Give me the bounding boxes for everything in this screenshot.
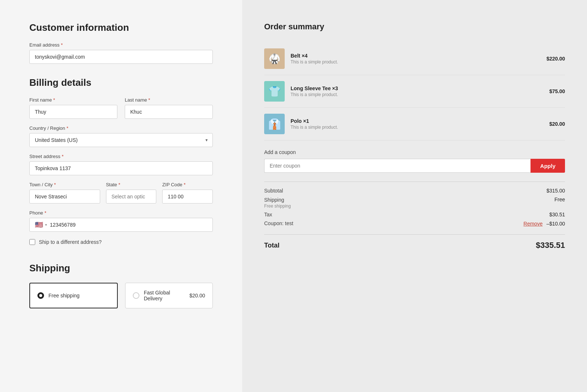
tax-value: $30.51	[549, 212, 565, 217]
item-info: Long Sleeve Tee ×3 This is a simple prod…	[291, 85, 543, 97]
country-select-wrapper: United States (US) ▾	[29, 133, 213, 147]
shipping-row: Shipping Free shipping Free	[264, 197, 565, 209]
item-thumbnail: 👔	[264, 114, 285, 134]
free-shipping-label: Free shipping	[48, 293, 80, 298]
coupon-row-totals: Coupon: test Remove –$10.00	[264, 220, 565, 227]
town-group: Town / City *	[29, 182, 100, 204]
shipping-options: Free shipping Fast Global Delivery $20.0…	[29, 283, 213, 308]
item-name: Polo ×1	[291, 118, 543, 124]
apply-button[interactable]: Apply	[531, 159, 565, 173]
customer-info-title: Customer information	[29, 22, 213, 33]
email-field-group: Email address *	[29, 42, 213, 64]
billing-section: Billing details First name * Last name *…	[29, 77, 213, 245]
billing-title: Billing details	[29, 77, 213, 88]
item-desc: This is a simple product.	[291, 125, 543, 130]
tax-label: Tax	[264, 212, 272, 217]
fast-global-price: $20.00	[189, 293, 205, 298]
item-thumbnail: 🥋	[264, 48, 285, 69]
phone-separator: •	[45, 222, 47, 228]
shipping-label: Shipping	[264, 197, 284, 203]
last-name-label: Last name *	[125, 97, 213, 103]
phone-group: Phone * 🇺🇸 •	[29, 210, 213, 232]
state-group: State *	[106, 182, 157, 204]
ship-different-label[interactable]: Ship to a different address?	[39, 239, 102, 245]
country-group: Country / Region * United States (US) ▾	[29, 125, 213, 147]
coupon-label: Add a coupon	[264, 149, 565, 155]
item-info: Belt ×4 This is a simple product.	[291, 53, 540, 65]
zip-label: ZIP Code *	[162, 182, 213, 187]
coupon-section: Add a coupon Apply	[264, 149, 565, 173]
customer-info-section: Customer information Email address *	[29, 22, 213, 64]
email-input[interactable]	[29, 50, 213, 64]
right-panel: Order summary 🥋 Belt ×4 This is a simple…	[242, 0, 587, 392]
free-shipping-radio[interactable]	[37, 292, 44, 299]
item-price: $75.00	[549, 88, 565, 94]
phone-label: Phone *	[29, 210, 213, 216]
shipping-section: Shipping Free shipping Fast Global Deliv…	[29, 263, 213, 308]
order-item: 👕 Long Sleeve Tee ×3 This is a simple pr…	[264, 75, 565, 108]
item-name: Long Sleeve Tee ×3	[291, 85, 543, 91]
shipping-label-group: Shipping Free shipping	[264, 197, 291, 209]
fast-global-option[interactable]: Fast Global Delivery $20.00	[125, 283, 213, 308]
coupon-input[interactable]	[264, 159, 531, 173]
phone-input[interactable]	[50, 218, 207, 231]
order-totals: Subtotal $315.00 Shipping Free shipping …	[264, 182, 565, 227]
country-label: Country / Region *	[29, 125, 213, 131]
email-label: Email address *	[29, 42, 213, 48]
grand-total-label: Total	[264, 242, 280, 249]
town-label: Town / City *	[29, 182, 100, 187]
item-name: Belt ×4	[291, 53, 540, 59]
item-desc: This is a simple product.	[291, 59, 540, 65]
free-shipping-option[interactable]: Free shipping	[29, 283, 118, 308]
phone-input-wrapper: 🇺🇸 •	[29, 218, 213, 232]
item-price: $20.00	[549, 121, 565, 127]
shipping-title: Shipping	[29, 263, 213, 274]
town-input[interactable]	[29, 190, 100, 204]
last-name-group: Last name *	[125, 97, 213, 119]
item-info: Polo ×1 This is a simple product.	[291, 118, 543, 130]
tax-row: Tax $30.51	[264, 212, 565, 217]
coupon-label-row: Coupon: test	[264, 220, 293, 226]
fast-global-label: Fast Global Delivery	[144, 290, 185, 301]
first-name-group: First name *	[29, 97, 117, 119]
subtotal-label: Subtotal	[264, 188, 283, 194]
coupon-discount-value: –$10.00	[546, 221, 565, 227]
shipping-sub: Free shipping	[264, 204, 291, 209]
order-items-list: 🥋 Belt ×4 This is a simple product. $220…	[264, 43, 565, 140]
ship-different-row: Ship to a different address?	[29, 239, 213, 245]
first-name-input[interactable]	[29, 105, 117, 119]
street-input[interactable]	[29, 161, 213, 175]
left-panel: Customer information Email address * Bil…	[0, 0, 242, 392]
item-thumbnail: 👕	[264, 81, 285, 102]
coupon-discount-group: Remove –$10.00	[524, 220, 565, 227]
order-title: Order summary	[264, 22, 565, 32]
fast-global-radio[interactable]	[133, 292, 139, 299]
grand-total-value: $335.51	[536, 241, 565, 250]
state-label: State *	[106, 182, 157, 187]
order-item: 👔 Polo ×1 This is a simple product. $20.…	[264, 108, 565, 140]
coupon-row: Apply	[264, 159, 565, 173]
coupon-remove-link[interactable]: Remove	[524, 221, 543, 227]
item-desc: This is a simple product.	[291, 92, 543, 97]
street-label: Street address *	[29, 154, 213, 159]
shipping-value: Free	[554, 197, 565, 202]
zip-group: ZIP Code *	[162, 182, 213, 204]
last-name-input[interactable]	[125, 105, 213, 119]
ship-different-checkbox[interactable]	[29, 239, 35, 245]
name-row: First name * Last name *	[29, 97, 213, 125]
zip-input[interactable]	[162, 190, 213, 204]
city-state-zip-row: Town / City * State * ZIP Code *	[29, 182, 213, 210]
subtotal-value: $315.00	[546, 188, 565, 194]
item-price: $220.00	[546, 56, 565, 62]
subtotal-row: Subtotal $315.00	[264, 188, 565, 194]
order-item: 🥋 Belt ×4 This is a simple product. $220…	[264, 43, 565, 75]
state-input[interactable]	[106, 190, 157, 204]
flag-icon: 🇺🇸	[35, 221, 43, 229]
street-group: Street address *	[29, 154, 213, 175]
first-name-label: First name *	[29, 97, 117, 103]
country-select[interactable]: United States (US)	[29, 133, 213, 147]
grand-total-row: Total $335.51	[264, 234, 565, 250]
